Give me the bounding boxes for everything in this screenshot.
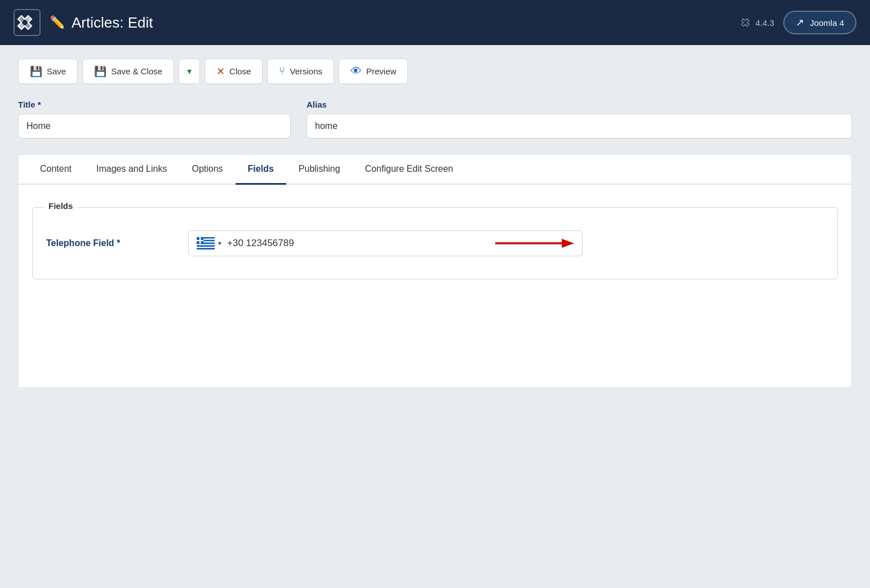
close-icon: ✕ <box>216 65 225 78</box>
telephone-field-label: Telephone Field * <box>46 238 170 248</box>
header: ✏️ Articles: Edit 4.4.3 ↗ Joomla 4 <box>0 0 870 45</box>
preview-button[interactable]: 👁 Preview <box>339 59 408 84</box>
fields-section-title: Fields <box>44 201 77 211</box>
save-close-icon: 💾 <box>94 65 106 78</box>
tab-fields[interactable]: Fields <box>236 155 286 185</box>
preview-icon: 👁 <box>350 65 362 78</box>
save-button[interactable]: 💾 Save <box>18 59 78 84</box>
phone-input-wrapper[interactable]: ▾ +30 123456789 <box>188 230 583 256</box>
toolbar: 💾 Save 💾 Save & Close ▾ ✕ Close ⑂ Versio… <box>18 59 852 84</box>
flag-dropdown-chevron: ▾ <box>218 239 221 247</box>
title-label: Title * <box>18 100 291 109</box>
version-number: 4.4.3 <box>756 18 774 28</box>
svg-rect-8 <box>197 247 215 248</box>
tab-publishing[interactable]: Publishing <box>286 155 353 185</box>
close-button[interactable]: ✕ Close <box>205 59 263 84</box>
page-title-header: ✏️ Articles: Edit <box>50 14 153 32</box>
title-input[interactable] <box>18 114 291 139</box>
edit-pencil-icon: ✏️ <box>50 15 65 30</box>
save-icon: 💾 <box>30 65 42 78</box>
close-label: Close <box>229 66 251 76</box>
save-dropdown-button[interactable]: ▾ <box>179 59 200 84</box>
alias-label: Alias <box>307 100 852 109</box>
versions-label: Versions <box>290 66 322 76</box>
svg-marker-14 <box>562 239 574 248</box>
joomla-frontend-button[interactable]: ↗ Joomla 4 <box>783 11 856 34</box>
versions-button[interactable]: ⑂ Versions <box>267 59 334 84</box>
versions-icon: ⑂ <box>279 65 285 77</box>
tab-options[interactable]: Options <box>179 155 235 185</box>
greece-flag-icon <box>197 237 215 250</box>
phone-number-value: +30 123456789 <box>227 238 490 249</box>
tab-configure-edit-screen[interactable]: Configure Edit Screen <box>353 155 466 185</box>
svg-rect-7 <box>197 246 215 247</box>
version-info: 4.4.3 <box>741 17 774 28</box>
svg-rect-9 <box>197 248 215 250</box>
country-flag-selector[interactable]: ▾ <box>197 237 221 250</box>
save-close-label: Save & Close <box>111 66 162 76</box>
tab-content[interactable]: Content <box>28 155 84 185</box>
header-title-text: Articles: Edit <box>72 14 153 32</box>
alias-input[interactable] <box>307 114 852 139</box>
save-label: Save <box>47 66 66 76</box>
fields-section: Fields Telephone Field * <box>32 207 838 279</box>
external-link-icon: ↗ <box>796 16 804 29</box>
tab-images-links[interactable]: Images and Links <box>84 155 179 185</box>
preview-label: Preview <box>366 66 396 76</box>
alias-group: Alias <box>307 100 852 139</box>
chevron-down-icon: ▾ <box>187 66 192 76</box>
title-group: Title * <box>18 100 291 139</box>
svg-rect-6 <box>197 244 215 245</box>
telephone-field-row: Telephone Field * <box>46 221 824 265</box>
main-content: 💾 Save 💾 Save & Close ▾ ✕ Close ⑂ Versio… <box>0 45 870 588</box>
tab-content-fields: Fields Telephone Field * <box>19 185 851 387</box>
svg-rect-12 <box>197 240 203 241</box>
version-logo-icon <box>741 17 752 28</box>
red-arrow-icon <box>495 237 574 250</box>
form-fields-row: Title * Alias <box>18 100 852 139</box>
joomla-btn-label: Joomla 4 <box>810 18 844 28</box>
tabs-header: Content Images and Links Options Fields … <box>19 155 851 185</box>
joomla-logo <box>14 9 41 36</box>
save-close-button[interactable]: 💾 Save & Close <box>82 59 174 84</box>
red-arrow-indicator <box>495 237 574 250</box>
tabs-container: Content Images and Links Options Fields … <box>18 154 852 388</box>
